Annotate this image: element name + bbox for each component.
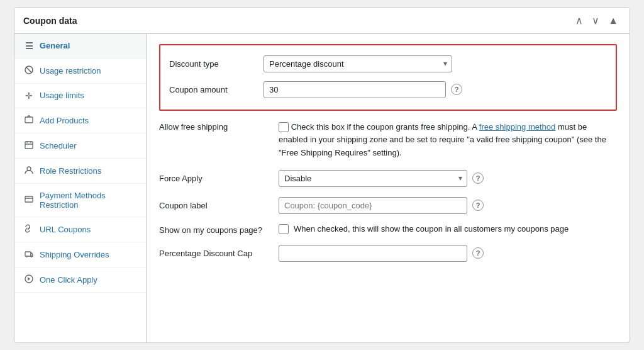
sidebar-item-url-coupons[interactable]: URL Coupons xyxy=(14,217,146,242)
coupon-label-control: ? xyxy=(279,197,617,214)
sidebar-label-usage-restriction: Usage restriction xyxy=(40,66,101,76)
allow-free-shipping-label: Allow free shipping xyxy=(159,121,272,132)
force-apply-help-icon[interactable]: ? xyxy=(472,172,484,184)
percentage-cap-control: ? xyxy=(279,245,617,262)
sidebar-item-role-restrictions[interactable]: Role Restrictions xyxy=(14,159,146,184)
highlight-section: Discount type Percentage discount Fixed … xyxy=(159,44,617,111)
one-click-apply-icon xyxy=(23,274,35,285)
discount-type-select-wrapper: Percentage discount Fixed cart discount … xyxy=(264,55,452,72)
usage-restriction-icon xyxy=(23,65,35,76)
force-apply-select[interactable]: Disable Enable xyxy=(279,170,467,187)
sidebar-label-role-restrictions: Role Restrictions xyxy=(40,166,101,176)
coupon-amount-row: Coupon amount 30 ? xyxy=(169,77,607,102)
sidebar-label-add-products: Add Products xyxy=(40,116,89,125)
sidebar-label-general: General xyxy=(40,41,70,50)
force-apply-select-wrapper: Disable Enable xyxy=(279,170,467,187)
panel-header: Coupon data ∧ ∨ ▲ xyxy=(14,8,630,34)
payment-methods-icon xyxy=(23,195,35,205)
sidebar-label-usage-limits: Usage limits xyxy=(40,91,84,100)
free-shipping-method-link[interactable]: free shipping method xyxy=(479,122,555,132)
coupon-amount-control: 30 ? xyxy=(264,81,607,98)
panel-controls: ∧ ∨ ▲ xyxy=(573,14,621,27)
svg-rect-3 xyxy=(25,142,33,149)
force-apply-row: Force Apply Disable Enable ? xyxy=(147,165,630,192)
sidebar-item-scheduler[interactable]: Scheduler xyxy=(14,133,146,159)
svg-rect-2 xyxy=(25,117,33,123)
sidebar-item-one-click-apply[interactable]: One Click Apply xyxy=(14,268,146,293)
coupon-label-row: Coupon label ? xyxy=(147,192,630,219)
show-coupons-row: Show on my coupons page? When checked, t… xyxy=(147,219,630,240)
allow-free-shipping-checkbox-label[interactable] xyxy=(279,122,289,132)
add-products-icon xyxy=(23,115,35,126)
sidebar: ☰ General Usage restriction ✛ Usage limi… xyxy=(14,34,147,342)
discount-type-select[interactable]: Percentage discount Fixed cart discount … xyxy=(264,55,452,72)
force-apply-control: Disable Enable ? xyxy=(279,170,617,187)
percentage-cap-label: Percentage Discount Cap xyxy=(159,249,272,258)
force-apply-label: Force Apply xyxy=(159,174,272,183)
panel-body: ☰ General Usage restriction ✛ Usage limi… xyxy=(14,34,630,342)
percentage-cap-input[interactable] xyxy=(279,245,467,262)
main-content: Discount type Percentage discount Fixed … xyxy=(147,34,630,342)
show-coupons-content: When checked, this will show the coupon … xyxy=(279,224,617,234)
svg-line-1 xyxy=(26,67,32,72)
shipping-overrides-icon xyxy=(23,249,35,260)
general-icon: ☰ xyxy=(23,41,35,51)
sidebar-item-usage-limits[interactable]: ✛ Usage limits xyxy=(14,84,146,108)
sidebar-item-general[interactable]: ☰ General xyxy=(14,34,146,59)
svg-point-7 xyxy=(27,167,31,171)
coupon-label-input[interactable] xyxy=(279,197,467,214)
coupon-amount-label: Coupon amount xyxy=(169,85,257,94)
sidebar-item-payment-methods[interactable]: Payment Methods Restriction xyxy=(14,184,146,217)
sidebar-label-scheduler: Scheduler xyxy=(40,141,77,150)
coupon-amount-input[interactable]: 30 xyxy=(264,81,446,98)
panel-title: Coupon data xyxy=(23,16,77,26)
role-restrictions-icon xyxy=(23,166,35,176)
coupon-data-panel: Coupon data ∧ ∨ ▲ ☰ General Usage restri… xyxy=(14,8,630,343)
discount-type-row: Discount type Percentage discount Fixed … xyxy=(169,52,607,76)
sidebar-item-add-products[interactable]: Add Products xyxy=(14,108,146,133)
coupon-amount-help-icon[interactable]: ? xyxy=(451,84,462,95)
coupon-label-label: Coupon label xyxy=(159,201,272,210)
scheduler-icon xyxy=(23,140,35,151)
svg-rect-10 xyxy=(25,252,31,256)
allow-free-shipping-text: Check this box if the coupon grants free… xyxy=(279,122,606,158)
discount-type-label: Discount type xyxy=(169,59,257,69)
show-coupons-text: When checked, this will show the coupon … xyxy=(294,224,569,234)
collapse-icon[interactable]: ∧ xyxy=(573,14,586,27)
show-coupons-label: Show on my coupons page? xyxy=(159,224,272,235)
show-coupons-checkbox[interactable] xyxy=(279,224,289,234)
allow-free-shipping-row: Allow free shipping Check this box if th… xyxy=(147,116,630,165)
expand-icon[interactable]: ∨ xyxy=(589,14,602,27)
sidebar-label-payment-methods: Payment Methods Restriction xyxy=(40,191,137,210)
sidebar-item-shipping-overrides[interactable]: Shipping Overrides xyxy=(14,242,146,268)
discount-type-control: Percentage discount Fixed cart discount … xyxy=(264,55,607,72)
allow-free-shipping-checkbox[interactable] xyxy=(279,122,289,132)
url-coupons-icon xyxy=(23,224,35,235)
sidebar-item-usage-restriction[interactable]: Usage restriction xyxy=(14,59,146,84)
coupon-label-help-icon[interactable]: ? xyxy=(472,200,484,211)
sidebar-label-shipping-overrides: Shipping Overrides xyxy=(40,250,109,259)
percentage-cap-help-icon[interactable]: ? xyxy=(472,247,484,259)
sidebar-label-url-coupons: URL Coupons xyxy=(40,225,91,234)
usage-limits-icon: ✛ xyxy=(23,91,35,101)
arrow-icon[interactable]: ▲ xyxy=(606,14,621,27)
percentage-cap-row: Percentage Discount Cap ? xyxy=(147,240,630,267)
allow-free-shipping-content: Check this box if the coupon grants free… xyxy=(279,121,617,160)
svg-rect-8 xyxy=(25,196,33,202)
sidebar-label-one-click-apply: One Click Apply xyxy=(40,275,97,285)
